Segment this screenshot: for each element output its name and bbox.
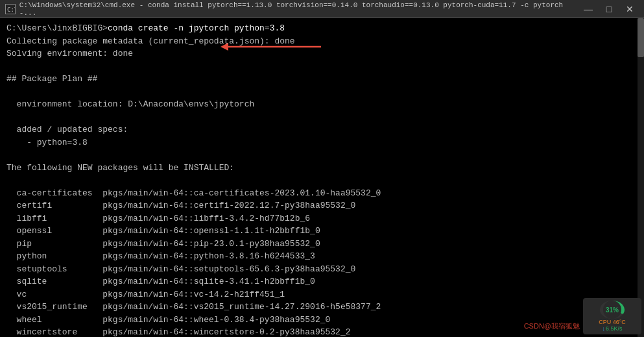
csdn-watermark: CSDN@我宿狐魅 xyxy=(522,321,582,332)
cpu-percent: 31% xyxy=(606,306,619,314)
cpu-gauge: 31% xyxy=(600,301,625,319)
cpu-widget: 31% CPU 46°C ↓ 6.5K/s xyxy=(583,298,641,334)
terminal-content: C:\Users\JinxBIGBIG>conda create -n jpyt… xyxy=(6,22,638,337)
network-speed-row: ↓ 6.5K/s xyxy=(602,325,622,332)
window-controls: — □ ✕ xyxy=(579,3,639,16)
scrollbar-thumb[interactable] xyxy=(638,18,644,57)
network-speed: ↓ 6.5K/s xyxy=(602,325,622,332)
close-button[interactable]: ✕ xyxy=(621,3,639,16)
cpu-circle-inner: 31% xyxy=(603,301,621,319)
speed-value: 6.5K/s xyxy=(606,325,623,332)
terminal-body: C:\Users\JinxBIGBIG>conda create -n jpyt… xyxy=(0,18,644,337)
maximize-button[interactable]: □ xyxy=(600,3,618,16)
title-bar-left: C:\ C:\Windows\system32\cmd.exe - conda … xyxy=(5,1,579,17)
title-bar: C:\ C:\Windows\system32\cmd.exe - conda … xyxy=(0,0,644,18)
cpu-temp: CPU 46°C xyxy=(599,319,626,325)
cmd-icon: C:\ xyxy=(5,4,16,14)
svg-text:C:\: C:\ xyxy=(7,6,15,13)
down-arrow-icon: ↓ xyxy=(602,325,605,332)
window-title: C:\Windows\system32\cmd.exe - conda inst… xyxy=(19,1,579,17)
cpu-info: CPU 46°C xyxy=(599,319,626,325)
scrollbar[interactable] xyxy=(638,18,644,337)
minimize-button[interactable]: — xyxy=(579,3,597,16)
